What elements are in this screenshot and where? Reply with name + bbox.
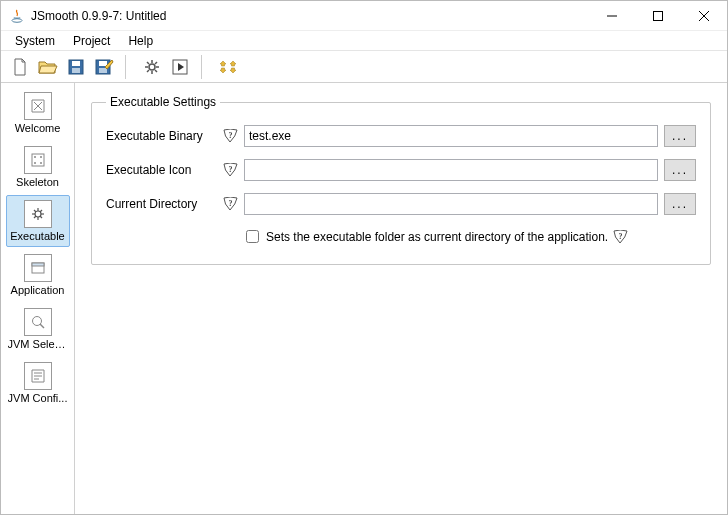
application-icon <box>24 254 52 282</box>
svg-point-14 <box>40 162 42 164</box>
minimize-button[interactable] <box>589 1 635 30</box>
svg-point-11 <box>34 156 36 158</box>
help-icon[interactable]: ? <box>222 128 238 144</box>
four-arrows-icon <box>219 58 237 76</box>
save-as-button[interactable] <box>91 54 117 80</box>
svg-point-0 <box>12 18 22 22</box>
run-button[interactable] <box>167 54 193 80</box>
save-button[interactable] <box>63 54 89 80</box>
toolbar-file-group <box>7 54 117 80</box>
svg-rect-10 <box>32 154 44 166</box>
skeleton-icon <box>24 146 52 174</box>
menu-system[interactable]: System <box>7 32 63 50</box>
current-directory-input[interactable] <box>244 193 658 215</box>
row-current-directory: Current Directory ? ... <box>106 193 696 215</box>
toolbar-build-group <box>139 54 193 80</box>
help-icon[interactable]: ? <box>222 162 238 178</box>
jvm-selection-icon <box>24 308 52 336</box>
save-icon <box>67 58 85 76</box>
svg-text:?: ? <box>618 232 622 241</box>
sidebar-item-label: Welcome <box>8 122 68 134</box>
browse-cwd-button[interactable]: ... <box>664 193 696 215</box>
arrange-button[interactable] <box>215 54 241 80</box>
app-window: JSmooth 0.9.9-7: Untitled System Project… <box>0 0 728 515</box>
svg-text:?: ? <box>228 165 232 174</box>
titlebar: JSmooth 0.9.9-7: Untitled <box>1 1 727 31</box>
svg-rect-3 <box>72 61 80 66</box>
svg-rect-7 <box>99 68 107 73</box>
compile-button[interactable] <box>139 54 165 80</box>
gear-icon <box>143 58 161 76</box>
open-folder-icon <box>38 58 58 76</box>
row-executable-icon: Executable Icon ? ... <box>106 159 696 181</box>
sidebar-item-welcome[interactable]: Welcome <box>6 87 70 139</box>
svg-rect-4 <box>72 68 80 73</box>
browse-icon-button[interactable]: ... <box>664 159 696 181</box>
sidebar-item-label: Application <box>8 284 68 296</box>
sidebar-item-application[interactable]: Application <box>6 249 70 301</box>
toolbar-separator <box>125 55 133 79</box>
svg-text:?: ? <box>228 199 232 208</box>
executable-settings-group: Executable Settings Executable Binary ? … <box>91 95 711 265</box>
sidebar: Welcome Skeleton <box>1 83 75 514</box>
content-area: Executable Settings Executable Binary ? … <box>75 83 727 514</box>
sidebar-item-executable[interactable]: Executable <box>6 195 70 247</box>
toolbar-separator <box>201 55 209 79</box>
menu-project[interactable]: Project <box>65 32 118 50</box>
svg-point-8 <box>149 64 155 70</box>
welcome-icon <box>24 92 52 120</box>
sidebar-item-label: JVM Select... <box>8 338 68 350</box>
body: Welcome Skeleton <box>1 83 727 514</box>
sidebar-item-skeleton[interactable]: Skeleton <box>6 141 70 193</box>
run-icon <box>171 58 189 76</box>
executable-icon <box>24 200 52 228</box>
browse-binary-button[interactable]: ... <box>664 125 696 147</box>
toolbar-misc-group <box>215 54 241 80</box>
menu-help[interactable]: Help <box>120 32 161 50</box>
help-icon[interactable]: ? <box>612 229 628 245</box>
help-icon[interactable]: ? <box>222 196 238 212</box>
new-button[interactable] <box>7 54 33 80</box>
svg-rect-6 <box>99 61 107 66</box>
cwd-checkbox-label: Sets the executable folder as current di… <box>266 230 608 244</box>
open-button[interactable] <box>35 54 61 80</box>
window-title: JSmooth 0.9.9-7: Untitled <box>31 9 589 23</box>
sidebar-item-jvm-config[interactable]: JVM Confi... <box>6 357 70 409</box>
label-executable-icon: Executable Icon <box>106 163 216 177</box>
maximize-button[interactable] <box>635 1 681 30</box>
new-file-icon <box>11 58 29 76</box>
menubar: System Project Help <box>1 31 727 51</box>
label-current-directory: Current Directory <box>106 197 216 211</box>
sidebar-item-label: JVM Confi... <box>8 392 68 404</box>
save-as-icon <box>94 58 114 76</box>
svg-point-12 <box>40 156 42 158</box>
close-button[interactable] <box>681 1 727 30</box>
sidebar-item-label: Skeleton <box>8 176 68 188</box>
window-controls <box>589 1 727 30</box>
label-executable-binary: Executable Binary <box>106 129 216 143</box>
sidebar-item-jvm-selection[interactable]: JVM Select... <box>6 303 70 355</box>
svg-rect-1 <box>654 11 663 20</box>
svg-rect-17 <box>32 263 44 266</box>
toolbar <box>1 51 727 83</box>
svg-text:?: ? <box>228 131 232 140</box>
java-app-icon <box>9 8 25 24</box>
group-legend: Executable Settings <box>106 95 220 109</box>
row-executable-binary: Executable Binary ? ... <box>106 125 696 147</box>
cwd-checkbox-row: Sets the executable folder as current di… <box>242 227 696 246</box>
executable-binary-input[interactable] <box>244 125 658 147</box>
cwd-checkbox[interactable] <box>246 230 259 243</box>
sidebar-item-label: Executable <box>8 230 68 242</box>
svg-point-13 <box>34 162 36 164</box>
executable-icon-input[interactable] <box>244 159 658 181</box>
jvm-config-icon <box>24 362 52 390</box>
